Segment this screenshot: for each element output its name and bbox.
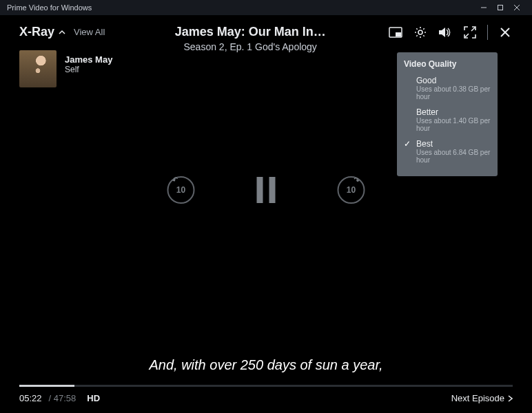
rewind-10-button[interactable]: ↶ 10 [167,176,195,204]
player-top-controls [388,25,513,40]
forward-10-button[interactable]: ↷ 10 [338,176,365,204]
window-close-icon[interactable] [509,0,525,15]
next-episode-label: Next Episode [451,393,504,403]
svg-line-12 [423,35,424,36]
cast-thumbnail [19,50,57,87]
player-bottom-bar: 05:22 / 47:58 HD Next Episode [19,393,513,403]
forward-label: 10 [347,185,356,195]
cast-card[interactable]: James May Self [19,50,112,87]
pause-bar-icon [257,177,263,203]
window-titlebar: Prime Video for Windows [0,0,532,15]
time-display: 05:22 / 47:58 HD [19,393,100,403]
progress-fill [19,385,74,387]
video-player: X-Ray View All James May Self James May:… [0,15,532,413]
total-time: / 47:58 [49,393,76,403]
svg-line-16 [471,28,475,31]
episode-subtitle: Season 2, Ep. 1 God's Apology [175,41,326,52]
svg-rect-5 [396,32,401,36]
cast-name: James May [65,54,112,65]
elapsed-time: 05:22 [19,393,42,403]
progress-bar[interactable] [19,385,513,387]
chevron-up-icon [59,29,65,36]
quality-option-good[interactable]: ✓ Good Uses about 0.38 GB per hour [404,73,491,105]
playback-center-controls: ↶ 10 ↷ 10 [167,176,365,204]
minimize-icon[interactable] [475,0,492,15]
gear-icon[interactable] [413,25,428,40]
xray-panel: X-Ray View All James May Self [19,25,112,87]
video-quality-panel: Video Quality ✓ Good Uses about 0.38 GB … [397,52,498,176]
pip-icon[interactable] [388,25,403,40]
app-title: Prime Video for Windows [7,3,475,12]
fullscreen-icon[interactable] [462,25,478,40]
svg-rect-1 [498,6,503,10]
maximize-icon[interactable] [492,0,509,15]
pause-button[interactable] [257,177,276,203]
pause-bar-icon [269,177,276,203]
svg-marker-15 [439,28,445,37]
xray-view-all[interactable]: View All [74,27,105,37]
svg-line-11 [416,28,417,29]
forward-arrow-icon: ↷ [353,176,361,184]
cast-role: Self [65,65,112,74]
quality-option-best[interactable]: ✓ Best Uses about 6.84 GB per hour [404,136,491,168]
divider [487,25,488,40]
svg-line-13 [416,35,417,36]
rewind-arrow-icon: ↶ [172,176,180,184]
svg-line-17 [465,34,469,37]
xray-toggle[interactable]: X-Ray [19,25,65,39]
chevron-right-icon [508,395,513,402]
check-icon: ✓ [404,139,411,149]
rewind-label: 10 [176,185,185,195]
svg-line-14 [423,28,424,29]
xray-label: X-Ray [19,25,54,39]
hd-badge: HD [87,393,100,403]
show-title: James May: Our Man In… [175,25,326,39]
close-player-icon[interactable] [498,25,513,40]
volume-icon[interactable] [438,25,453,40]
quality-option-better[interactable]: ✓ Better Uses about 1.40 GB per hour [404,105,491,136]
quality-heading: Video Quality [404,59,491,69]
title-block: James May: Our Man In… Season 2, Ep. 1 G… [175,25,326,52]
subtitle-text: And, with over 250 days of sun a year, [0,357,532,373]
svg-point-6 [418,30,422,34]
next-episode-button[interactable]: Next Episode [451,393,513,403]
